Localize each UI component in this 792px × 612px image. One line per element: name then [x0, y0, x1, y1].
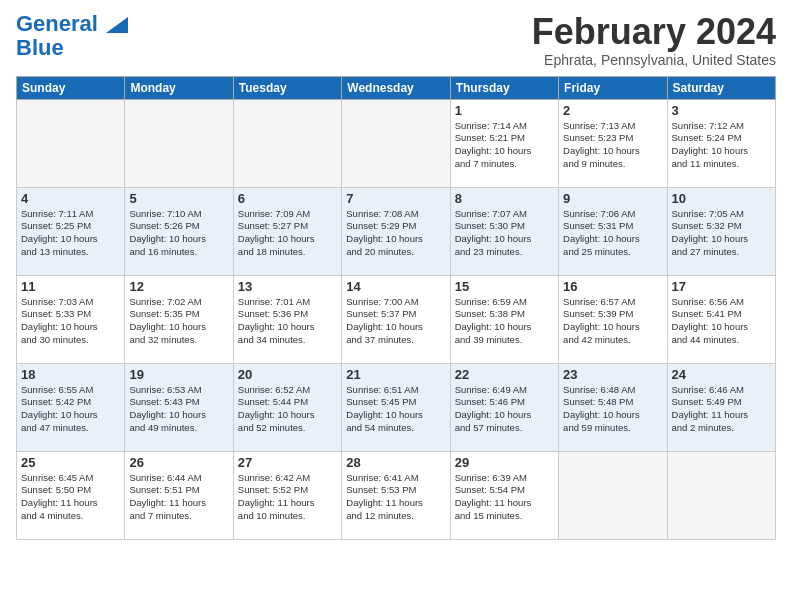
table-row: 6Sunrise: 7:09 AM Sunset: 5:27 PM Daylig… — [233, 187, 341, 275]
day-info: Sunrise: 7:11 AM Sunset: 5:25 PM Dayligh… — [21, 208, 120, 259]
table-row: 14Sunrise: 7:00 AM Sunset: 5:37 PM Dayli… — [342, 275, 450, 363]
table-row: 18Sunrise: 6:55 AM Sunset: 5:42 PM Dayli… — [17, 363, 125, 451]
day-info: Sunrise: 6:46 AM Sunset: 5:49 PM Dayligh… — [672, 384, 771, 435]
table-row: 27Sunrise: 6:42 AM Sunset: 5:52 PM Dayli… — [233, 451, 341, 539]
table-row: 5Sunrise: 7:10 AM Sunset: 5:26 PM Daylig… — [125, 187, 233, 275]
day-number: 17 — [672, 279, 771, 294]
day-number: 28 — [346, 455, 445, 470]
header-wednesday: Wednesday — [342, 76, 450, 99]
calendar-week-row: 1Sunrise: 7:14 AM Sunset: 5:21 PM Daylig… — [17, 99, 776, 187]
day-number: 25 — [21, 455, 120, 470]
calendar-table: Sunday Monday Tuesday Wednesday Thursday… — [16, 76, 776, 540]
table-row: 16Sunrise: 6:57 AM Sunset: 5:39 PM Dayli… — [559, 275, 667, 363]
day-info: Sunrise: 7:14 AM Sunset: 5:21 PM Dayligh… — [455, 120, 554, 171]
month-title: February 2024 — [532, 12, 776, 52]
day-number: 19 — [129, 367, 228, 382]
day-info: Sunrise: 7:01 AM Sunset: 5:36 PM Dayligh… — [238, 296, 337, 347]
day-info: Sunrise: 6:44 AM Sunset: 5:51 PM Dayligh… — [129, 472, 228, 523]
table-row: 20Sunrise: 6:52 AM Sunset: 5:44 PM Dayli… — [233, 363, 341, 451]
logo-text: General — [16, 12, 128, 36]
table-row: 3Sunrise: 7:12 AM Sunset: 5:24 PM Daylig… — [667, 99, 775, 187]
logo-icon — [106, 17, 128, 33]
day-info: Sunrise: 6:55 AM Sunset: 5:42 PM Dayligh… — [21, 384, 120, 435]
day-number: 9 — [563, 191, 662, 206]
day-info: Sunrise: 7:09 AM Sunset: 5:27 PM Dayligh… — [238, 208, 337, 259]
table-row — [559, 451, 667, 539]
logo-blue: Blue — [16, 36, 64, 60]
day-number: 4 — [21, 191, 120, 206]
day-info: Sunrise: 6:57 AM Sunset: 5:39 PM Dayligh… — [563, 296, 662, 347]
day-number: 29 — [455, 455, 554, 470]
calendar-week-row: 25Sunrise: 6:45 AM Sunset: 5:50 PM Dayli… — [17, 451, 776, 539]
day-info: Sunrise: 6:56 AM Sunset: 5:41 PM Dayligh… — [672, 296, 771, 347]
header-saturday: Saturday — [667, 76, 775, 99]
calendar-week-row: 11Sunrise: 7:03 AM Sunset: 5:33 PM Dayli… — [17, 275, 776, 363]
day-number: 18 — [21, 367, 120, 382]
day-number: 1 — [455, 103, 554, 118]
header-monday: Monday — [125, 76, 233, 99]
table-row: 13Sunrise: 7:01 AM Sunset: 5:36 PM Dayli… — [233, 275, 341, 363]
day-info: Sunrise: 6:41 AM Sunset: 5:53 PM Dayligh… — [346, 472, 445, 523]
day-info: Sunrise: 6:52 AM Sunset: 5:44 PM Dayligh… — [238, 384, 337, 435]
day-number: 12 — [129, 279, 228, 294]
day-info: Sunrise: 7:08 AM Sunset: 5:29 PM Dayligh… — [346, 208, 445, 259]
table-row: 21Sunrise: 6:51 AM Sunset: 5:45 PM Dayli… — [342, 363, 450, 451]
calendar-week-row: 4Sunrise: 7:11 AM Sunset: 5:25 PM Daylig… — [17, 187, 776, 275]
table-row: 10Sunrise: 7:05 AM Sunset: 5:32 PM Dayli… — [667, 187, 775, 275]
header-tuesday: Tuesday — [233, 76, 341, 99]
table-row: 4Sunrise: 7:11 AM Sunset: 5:25 PM Daylig… — [17, 187, 125, 275]
day-info: Sunrise: 6:48 AM Sunset: 5:48 PM Dayligh… — [563, 384, 662, 435]
day-info: Sunrise: 6:45 AM Sunset: 5:50 PM Dayligh… — [21, 472, 120, 523]
table-row: 24Sunrise: 6:46 AM Sunset: 5:49 PM Dayli… — [667, 363, 775, 451]
header-thursday: Thursday — [450, 76, 558, 99]
table-row: 11Sunrise: 7:03 AM Sunset: 5:33 PM Dayli… — [17, 275, 125, 363]
table-row — [667, 451, 775, 539]
day-number: 26 — [129, 455, 228, 470]
day-number: 11 — [21, 279, 120, 294]
day-info: Sunrise: 7:13 AM Sunset: 5:23 PM Dayligh… — [563, 120, 662, 171]
day-number: 15 — [455, 279, 554, 294]
table-row: 28Sunrise: 6:41 AM Sunset: 5:53 PM Dayli… — [342, 451, 450, 539]
day-number: 14 — [346, 279, 445, 294]
table-row: 22Sunrise: 6:49 AM Sunset: 5:46 PM Dayli… — [450, 363, 558, 451]
day-number: 2 — [563, 103, 662, 118]
day-info: Sunrise: 7:06 AM Sunset: 5:31 PM Dayligh… — [563, 208, 662, 259]
table-row: 19Sunrise: 6:53 AM Sunset: 5:43 PM Dayli… — [125, 363, 233, 451]
logo: General Blue — [16, 12, 128, 60]
table-row: 23Sunrise: 6:48 AM Sunset: 5:48 PM Dayli… — [559, 363, 667, 451]
svg-marker-0 — [106, 17, 128, 33]
day-info: Sunrise: 7:02 AM Sunset: 5:35 PM Dayligh… — [129, 296, 228, 347]
header-friday: Friday — [559, 76, 667, 99]
table-row: 1Sunrise: 7:14 AM Sunset: 5:21 PM Daylig… — [450, 99, 558, 187]
table-row: 15Sunrise: 6:59 AM Sunset: 5:38 PM Dayli… — [450, 275, 558, 363]
header-sunday: Sunday — [17, 76, 125, 99]
weekday-header-row: Sunday Monday Tuesday Wednesday Thursday… — [17, 76, 776, 99]
day-number: 20 — [238, 367, 337, 382]
day-number: 22 — [455, 367, 554, 382]
title-area: February 2024 Ephrata, Pennsylvania, Uni… — [532, 12, 776, 68]
day-number: 3 — [672, 103, 771, 118]
day-number: 13 — [238, 279, 337, 294]
day-info: Sunrise: 6:59 AM Sunset: 5:38 PM Dayligh… — [455, 296, 554, 347]
header: General Blue February 2024 Ephrata, Penn… — [16, 12, 776, 68]
day-info: Sunrise: 6:53 AM Sunset: 5:43 PM Dayligh… — [129, 384, 228, 435]
day-info: Sunrise: 7:10 AM Sunset: 5:26 PM Dayligh… — [129, 208, 228, 259]
day-number: 7 — [346, 191, 445, 206]
table-row: 26Sunrise: 6:44 AM Sunset: 5:51 PM Dayli… — [125, 451, 233, 539]
calendar-week-row: 18Sunrise: 6:55 AM Sunset: 5:42 PM Dayli… — [17, 363, 776, 451]
day-info: Sunrise: 7:03 AM Sunset: 5:33 PM Dayligh… — [21, 296, 120, 347]
day-number: 16 — [563, 279, 662, 294]
day-info: Sunrise: 7:07 AM Sunset: 5:30 PM Dayligh… — [455, 208, 554, 259]
day-info: Sunrise: 7:05 AM Sunset: 5:32 PM Dayligh… — [672, 208, 771, 259]
day-number: 10 — [672, 191, 771, 206]
day-number: 5 — [129, 191, 228, 206]
day-info: Sunrise: 7:00 AM Sunset: 5:37 PM Dayligh… — [346, 296, 445, 347]
day-info: Sunrise: 7:12 AM Sunset: 5:24 PM Dayligh… — [672, 120, 771, 171]
table-row — [17, 99, 125, 187]
table-row: 17Sunrise: 6:56 AM Sunset: 5:41 PM Dayli… — [667, 275, 775, 363]
table-row: 7Sunrise: 7:08 AM Sunset: 5:29 PM Daylig… — [342, 187, 450, 275]
table-row: 8Sunrise: 7:07 AM Sunset: 5:30 PM Daylig… — [450, 187, 558, 275]
table-row: 9Sunrise: 7:06 AM Sunset: 5:31 PM Daylig… — [559, 187, 667, 275]
page-container: General Blue February 2024 Ephrata, Penn… — [0, 0, 792, 548]
calendar-body: 1Sunrise: 7:14 AM Sunset: 5:21 PM Daylig… — [17, 99, 776, 539]
